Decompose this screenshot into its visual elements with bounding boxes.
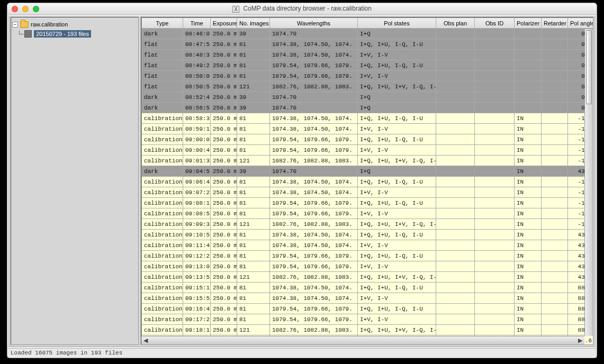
cell: 1082.76, 1082.88, 1083. [270,272,358,283]
col-header[interactable]: Time [183,18,211,29]
cell [436,81,475,92]
cell: I+Q, I+U, I-Q, I-U [358,251,436,261]
cell [436,198,475,208]
cell: calibration [142,240,183,251]
cell [436,283,475,293]
table-row[interactable]: calibration09:15:17250.0 ms811074.38, 10… [142,283,593,293]
cell: calibration [142,198,183,208]
tree-pane[interactable]: − raw.calibration └─ 20150729 - 193 file… [11,17,139,345]
cell: 08:56:51 [183,103,211,113]
scroll-left-icon[interactable]: ◀ [141,337,150,344]
col-header[interactable]: Pol angle [568,18,593,29]
table-row[interactable]: flat08:49:23250.0 ms811079.54, 1079.66, … [142,60,593,71]
table-row[interactable]: calibration09:08:10250.0 ms811079.54, 10… [142,198,593,208]
cell: 1079.54, 1079.66, 1079. [270,71,358,81]
cell: 1079.54, 1079.66, 1079. [270,145,358,156]
col-header[interactable]: No. images [237,18,270,29]
cell [542,325,568,335]
tree-child[interactable]: └─ 20150729 - 193 files [12,29,137,39]
cell [475,283,515,293]
cell: 81 [237,283,270,293]
cell [475,145,515,156]
cell: 09:11:40 [183,240,211,251]
col-header[interactable]: Type [142,18,183,29]
table-row[interactable]: flat08:47:55250.0 ms811074.38, 1074.50, … [142,39,593,50]
cell: IN [515,272,542,283]
table-row[interactable]: calibration08:58:37250.0 ms811074.38, 10… [142,113,593,124]
table-row[interactable]: calibration09:07:22250.0 ms811074.38, 10… [142,187,593,198]
cell: calibration [142,325,183,335]
cell [436,177,475,187]
col-header[interactable]: Retarder [542,18,568,29]
scrollbar-thumb[interactable] [586,30,592,104]
table-row[interactable]: flat08:50:52250.0 ms1211082.76, 1082.88,… [142,81,593,92]
cell: 250.0 ms [211,240,237,251]
table-row[interactable]: calibration09:08:51250.0 ms811079.54, 10… [142,208,593,219]
table-row[interactable]: flat08:48:36250.0 ms811074.38, 1074.50, … [142,50,593,60]
table-row[interactable]: dark09:04:55250.0 ms391074.70I+QIN43.6 [142,166,593,177]
table-row[interactable]: calibration09:11:40250.0 ms811074.38, 10… [142,240,593,251]
cell [436,219,475,230]
table-row[interactable]: dark08:52:44250.0 ms391074.70I+Q0.0 [142,92,593,103]
cell: IN [515,198,542,208]
table-row[interactable]: calibration09:15:58250.0 ms811074.38, 10… [142,293,593,304]
cell: flat [142,71,183,81]
table-row[interactable]: calibration09:13:09250.0 ms811079.54, 10… [142,261,593,272]
cell: 250.0 ms [211,71,237,81]
col-header[interactable]: Obs plan [436,18,475,29]
cell: IN [515,156,542,166]
cell: calibration [142,219,183,230]
cell: 1082.76, 1082.88, 1083. [270,325,358,335]
cell: calibration [142,314,183,325]
header-row[interactable]: TypeTimeExposureNo. imagesWavelengthsPol… [142,18,593,29]
cell: 81 [237,304,270,314]
cell: I+Q, I+U, I-Q, I-U [358,230,436,240]
table-row[interactable]: calibration09:10:59250.0 ms811074.38, 10… [142,230,593,240]
cell: dark [142,92,183,103]
table-row[interactable]: calibration09:00:47250.0 ms811079.54, 10… [142,145,593,156]
cell [436,304,475,314]
cell: 81 [237,314,270,325]
cell: 250.0 ms [211,325,237,335]
cell: 250.0 ms [211,39,237,50]
table-row[interactable]: calibration09:06:41250.0 ms811074.38, 10… [142,177,593,187]
table-row[interactable]: dark08:56:51250.0 ms391074.70I+Q0.0 [142,103,593,113]
table-row[interactable]: dark08:46:05250.0 ms391074.70I+Q0.0 [142,29,593,39]
cell: IN [515,134,542,145]
tree-root[interactable]: − raw.calibration [12,20,137,29]
table-row[interactable]: calibration09:00:06250.0 ms811079.54, 10… [142,134,593,145]
cell [436,325,475,335]
table-row[interactable]: calibration09:18:15250.0 ms1211082.76, 1… [142,325,593,335]
table-row[interactable]: calibration09:13:57250.0 ms1211082.76, 1… [142,272,593,283]
cell: IN [515,145,542,156]
collapse-icon[interactable]: − [12,22,18,28]
table-row[interactable]: flat08:50:04250.0 ms811079.54, 1079.66, … [142,71,593,81]
vertical-scrollbar[interactable] [584,29,593,336]
cell: calibration [142,208,183,219]
table-row[interactable]: calibration09:16:46250.0 ms811079.54, 10… [142,304,593,314]
cell: I+V, I-V [358,240,436,251]
table-row[interactable]: calibration09:12:28250.0 ms811079.54, 10… [142,251,593,261]
scroll-right-icon[interactable]: ▶ [576,337,584,344]
col-header[interactable]: Exposure [211,18,237,29]
col-header[interactable]: Obs ID [475,18,515,29]
table-row[interactable]: calibration09:17:27250.0 ms811079.54, 10… [142,314,593,325]
col-header[interactable]: Polarizer [515,18,542,29]
cell: 08:59:18 [183,124,211,134]
cell: 81 [237,198,270,208]
cell: I+V, I-V [358,187,436,198]
cell: 1079.54, 1079.66, 1079. [270,134,358,145]
col-header[interactable]: Wavelengths [270,18,358,29]
col-header[interactable]: Pol states [358,18,436,29]
table-row[interactable]: calibration08:59:18250.0 ms811074.38, 10… [142,124,593,134]
table-row[interactable]: calibration09:01:35250.0 ms1211082.76, 1… [142,156,593,166]
table-row[interactable]: calibration09:09:39250.0 ms1211082.76, 1… [142,219,593,230]
cell: 08:49:23 [183,60,211,71]
cell: 81 [237,261,270,272]
horizontal-scrollbar[interactable]: ◀ ▶ [141,336,584,344]
table-scroll[interactable]: TypeTimeExposureNo. imagesWavelengthsPol… [141,17,593,344]
cell [542,81,568,92]
data-table[interactable]: TypeTimeExposureNo. imagesWavelengthsPol… [141,17,593,344]
cell [436,261,475,272]
cell [475,314,515,325]
